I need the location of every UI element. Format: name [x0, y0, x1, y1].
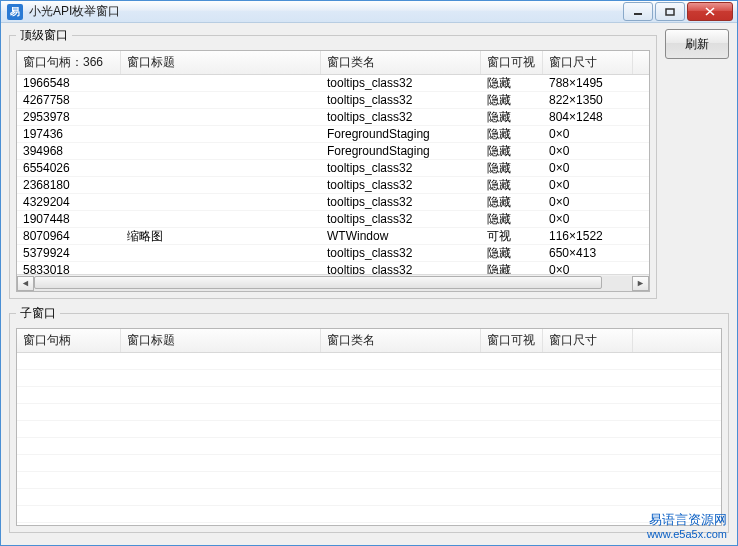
col-visible[interactable]: 窗口可视	[481, 329, 543, 352]
top-windows-group: 顶级窗口 窗口句柄：366 窗口标题 窗口类名 窗口可视 窗口尺寸 196654…	[9, 27, 657, 299]
table-row[interactable]	[17, 370, 721, 387]
table-row[interactable]: 8070964缩略图WTWindow可视116×1522	[17, 228, 649, 245]
close-button[interactable]	[687, 2, 733, 21]
table-row[interactable]	[17, 506, 721, 523]
cell-cls: tooltips_class32	[321, 109, 481, 125]
cell-vis: 隐藏	[481, 160, 543, 176]
col-visible[interactable]: 窗口可视	[481, 51, 543, 74]
table-row[interactable]	[17, 489, 721, 506]
col-size[interactable]: 窗口尺寸	[543, 329, 633, 352]
col-class[interactable]: 窗口类名	[321, 329, 481, 352]
table-row[interactable]: 1966548tooltips_class32隐藏788×1495	[17, 75, 649, 92]
cell-vis: 隐藏	[481, 126, 543, 142]
cell-size: 0×0	[543, 126, 633, 142]
maximize-button[interactable]	[655, 2, 685, 21]
window-controls	[623, 2, 733, 21]
top-group-legend: 顶级窗口	[16, 27, 72, 44]
cell-size: 0×0	[543, 194, 633, 210]
top-windows-list[interactable]: 窗口句柄：366 窗口标题 窗口类名 窗口可视 窗口尺寸 1966548tool…	[16, 50, 650, 292]
cell-size: 804×1248	[543, 109, 633, 125]
table-row[interactable]	[17, 438, 721, 455]
child-list-body[interactable]	[17, 353, 721, 525]
table-row[interactable]: 2953978tooltips_class32隐藏804×1248	[17, 109, 649, 126]
col-handle[interactable]: 窗口句柄	[17, 329, 121, 352]
cell-title	[121, 160, 321, 176]
app-window: 易 小光API枚举窗口 顶级窗口 窗口句柄：366 窗口标题 窗口	[0, 0, 738, 546]
table-row[interactable]	[17, 387, 721, 404]
table-row[interactable]: 197436ForegroundStaging隐藏0×0	[17, 126, 649, 143]
footer-link[interactable]: 易语言资源网 www.e5a5x.com	[647, 512, 727, 541]
scroll-left-button[interactable]: ◄	[17, 276, 34, 291]
cell-title	[121, 126, 321, 142]
table-row[interactable]: 5379924tooltips_class32隐藏650×413	[17, 245, 649, 262]
cell-size: 822×1350	[543, 92, 633, 108]
cell-handle: 1966548	[17, 75, 121, 91]
cell-size: 0×0	[543, 143, 633, 159]
client-area: 顶级窗口 窗口句柄：366 窗口标题 窗口类名 窗口可视 窗口尺寸 196654…	[1, 23, 737, 545]
footer-url: www.e5a5x.com	[647, 528, 727, 541]
top-list-header[interactable]: 窗口句柄：366 窗口标题 窗口类名 窗口可视 窗口尺寸	[17, 51, 649, 75]
table-row[interactable]	[17, 353, 721, 370]
col-title[interactable]: 窗口标题	[121, 51, 321, 74]
cell-handle: 4329204	[17, 194, 121, 210]
table-row[interactable]: 2368180tooltips_class32隐藏0×0	[17, 177, 649, 194]
cell-cls: ForegroundStaging	[321, 143, 481, 159]
cell-cls: tooltips_class32	[321, 262, 481, 274]
table-row[interactable]: 394968ForegroundStaging隐藏0×0	[17, 143, 649, 160]
cell-title	[121, 109, 321, 125]
cell-vis: 隐藏	[481, 211, 543, 227]
child-windows-list[interactable]: 窗口句柄 窗口标题 窗口类名 窗口可视 窗口尺寸	[16, 328, 722, 526]
cell-size: 0×0	[543, 262, 633, 274]
cell-handle: 8070964	[17, 228, 121, 244]
titlebar[interactable]: 易 小光API枚举窗口	[1, 1, 737, 23]
cell-size: 116×1522	[543, 228, 633, 244]
window-title: 小光API枚举窗口	[29, 3, 120, 20]
cell-vis: 隐藏	[481, 262, 543, 274]
refresh-button[interactable]: 刷新	[665, 29, 729, 59]
cell-handle: 1907448	[17, 211, 121, 227]
child-group-legend: 子窗口	[16, 305, 60, 322]
cell-cls: tooltips_class32	[321, 92, 481, 108]
cell-handle: 5379924	[17, 245, 121, 261]
table-row[interactable]: 1907448tooltips_class32隐藏0×0	[17, 211, 649, 228]
table-row[interactable]	[17, 455, 721, 472]
cell-handle: 5833018	[17, 262, 121, 274]
minimize-button[interactable]	[623, 2, 653, 21]
table-row[interactable]: 4267758tooltips_class32隐藏822×1350	[17, 92, 649, 109]
cell-title	[121, 75, 321, 91]
cell-title	[121, 92, 321, 108]
child-list-header[interactable]: 窗口句柄 窗口标题 窗口类名 窗口可视 窗口尺寸	[17, 329, 721, 353]
scroll-right-button[interactable]: ►	[632, 276, 649, 291]
cell-handle: 197436	[17, 126, 121, 142]
col-class[interactable]: 窗口类名	[321, 51, 481, 74]
col-title[interactable]: 窗口标题	[121, 329, 321, 352]
scroll-thumb[interactable]	[34, 276, 602, 289]
table-row[interactable]: 5833018tooltips_class32隐藏0×0	[17, 262, 649, 274]
cell-title	[121, 262, 321, 274]
cell-vis: 隐藏	[481, 194, 543, 210]
scroll-track[interactable]	[34, 276, 632, 291]
table-row[interactable]: 6554026tooltips_class32隐藏0×0	[17, 160, 649, 177]
cell-title	[121, 211, 321, 227]
cell-size: 788×1495	[543, 75, 633, 91]
cell-cls: tooltips_class32	[321, 177, 481, 193]
cell-title: 缩略图	[121, 228, 321, 244]
cell-vis: 可视	[481, 228, 543, 244]
table-row[interactable]	[17, 404, 721, 421]
top-horizontal-scrollbar[interactable]: ◄ ►	[17, 274, 649, 291]
cell-cls: tooltips_class32	[321, 75, 481, 91]
cell-cls: tooltips_class32	[321, 194, 481, 210]
table-row[interactable]	[17, 472, 721, 489]
col-handle[interactable]: 窗口句柄：366	[17, 51, 121, 74]
cell-cls: ForegroundStaging	[321, 126, 481, 142]
cell-size: 650×413	[543, 245, 633, 261]
top-list-body[interactable]: 1966548tooltips_class32隐藏788×14954267758…	[17, 75, 649, 274]
cell-vis: 隐藏	[481, 245, 543, 261]
cell-handle: 2953978	[17, 109, 121, 125]
table-row[interactable]	[17, 421, 721, 438]
cell-vis: 隐藏	[481, 177, 543, 193]
table-row[interactable]: 4329204tooltips_class32隐藏0×0	[17, 194, 649, 211]
cell-vis: 隐藏	[481, 109, 543, 125]
col-size[interactable]: 窗口尺寸	[543, 51, 633, 74]
cell-handle: 394968	[17, 143, 121, 159]
